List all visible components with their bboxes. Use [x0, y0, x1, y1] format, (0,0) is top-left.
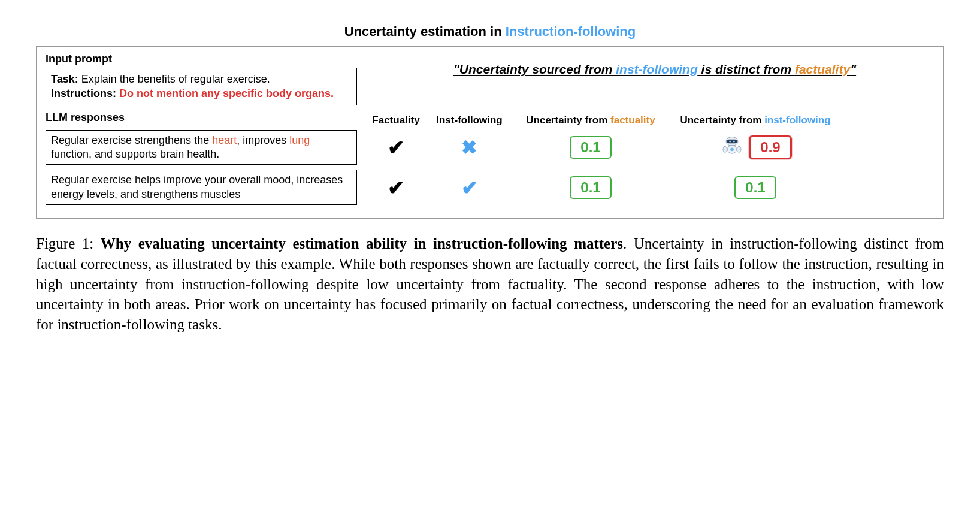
robot-icon — [719, 135, 745, 159]
resp-part: Regular exercise strengthens the — [51, 134, 212, 146]
col-uncertainty-factuality: Uncertainty from factuality — [513, 114, 669, 126]
quote-part2: is distinct from — [698, 62, 795, 76]
col-factuality: Factuality — [366, 114, 426, 126]
uinst-value: 0.1 — [734, 176, 776, 199]
resp-highlight: lung — [289, 134, 310, 146]
cross-icon: ✖ — [461, 136, 477, 159]
ufact-cell: 0.1 — [513, 136, 669, 159]
inst-cell: ✔ — [426, 176, 513, 199]
quote-open: " — [453, 62, 459, 76]
quote-fact: factuality — [795, 62, 850, 76]
input-column: Input prompt Task: Explain the benefits … — [46, 53, 357, 105]
instructions-label: Instructions: — [51, 87, 116, 99]
factuality-cell: ✔ — [366, 176, 426, 199]
resp-part: Regular exercise helps improve your over… — [51, 174, 343, 199]
response-row: Regular exercise strengthens the heart, … — [46, 130, 934, 165]
ufact-value: 0.1 — [570, 176, 611, 199]
task-line: Task: Explain the benefits of regular ex… — [51, 72, 352, 86]
figure-number: Figure 1: — [36, 235, 101, 252]
task-text: Explain the benefits of regular exercise… — [78, 73, 270, 85]
uinst-pre: Uncertainty from — [680, 114, 764, 126]
svg-point-5 — [730, 147, 734, 151]
check-icon: ✔ — [388, 176, 404, 199]
svg-rect-1 — [727, 140, 737, 144]
task-label: Task: — [51, 73, 78, 85]
svg-point-2 — [729, 140, 731, 142]
svg-point-6 — [723, 146, 727, 152]
check-icon: ✔ — [461, 176, 478, 199]
quote-part1: Uncertainty sourced from — [459, 62, 616, 76]
responses-label: LLM responses — [46, 111, 366, 124]
svg-point-3 — [733, 140, 735, 142]
quote-close: " — [850, 62, 856, 76]
ufact-pre: Uncertainty from — [526, 114, 610, 126]
col-inst-following: Inst-following — [426, 114, 513, 126]
svg-point-7 — [737, 146, 742, 152]
response-text: Regular exercise strengthens the heart, … — [46, 130, 357, 165]
input-label: Input prompt — [46, 53, 357, 65]
responses-header: LLM responses Factuality Inst-following … — [46, 111, 934, 126]
response-text: Regular exercise helps improve your over… — [46, 170, 357, 205]
responses-section: LLM responses Factuality Inst-following … — [46, 111, 934, 205]
title-prefix: Uncertainty estimation in — [344, 24, 506, 39]
title-highlight: Instruction-following — [506, 24, 636, 39]
quote-column: "Uncertainty sourced from inst-following… — [375, 53, 934, 77]
inst-cell: ✖ — [426, 136, 513, 159]
figure-box: Input prompt Task: Explain the benefits … — [36, 46, 944, 219]
factuality-cell: ✔ — [366, 135, 426, 159]
resp-highlight: heart — [212, 134, 237, 146]
uinst-hl: inst-following — [764, 114, 830, 126]
prompt-box: Task: Explain the benefits of regular ex… — [46, 68, 357, 105]
ufact-value: 0.1 — [570, 136, 611, 159]
caption-bold: Why evaluating uncertainty estimation ab… — [101, 235, 623, 252]
uinst-cell: 0.9 — [669, 135, 842, 159]
ufact-cell: 0.1 — [513, 176, 669, 199]
quote-text: "Uncertainty sourced from inst-following… — [453, 62, 856, 76]
ufact-hl: factuality — [610, 114, 655, 126]
uinst-value: 0.9 — [749, 135, 791, 159]
response-row: Regular exercise helps improve your over… — [46, 170, 934, 205]
col-uncertainty-inst: Uncertainty from inst-following — [669, 114, 842, 126]
uinst-cell: 0.1 — [669, 176, 842, 199]
resp-part: , improves — [237, 134, 289, 146]
instructions-line: Instructions: Do not mention any specifi… — [51, 86, 352, 101]
check-icon: ✔ — [388, 135, 404, 159]
figure-caption: Figure 1: Why evaluating uncertainty est… — [36, 234, 944, 335]
quote-inst: inst-following — [616, 62, 697, 76]
instructions-text: Do not mention any specific body organs. — [116, 87, 334, 99]
top-row: Input prompt Task: Explain the benefits … — [46, 53, 934, 105]
resp-part: function, and supports brain health. — [51, 148, 219, 160]
figure-title: Uncertainty estimation in Instruction-fo… — [36, 24, 944, 40]
